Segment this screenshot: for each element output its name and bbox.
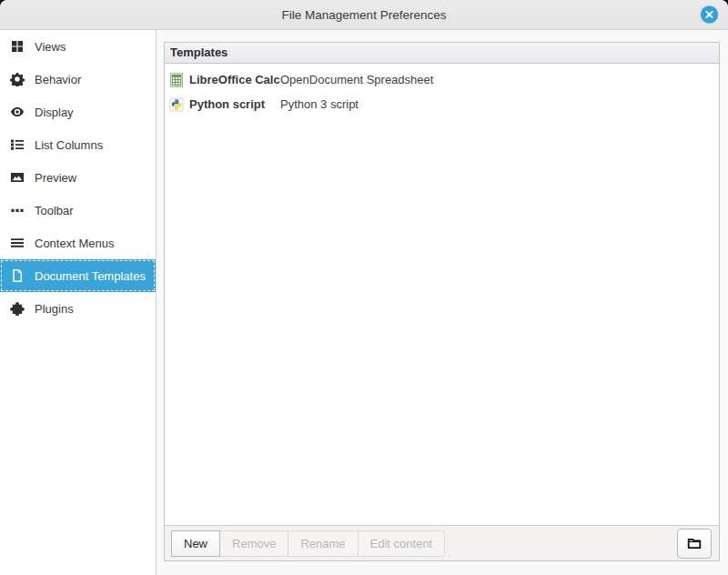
template-description: OpenDocument Spreadsheet (280, 73, 433, 86)
new-button[interactable]: New (171, 530, 220, 557)
menu-lines-icon (10, 236, 25, 250)
document-icon (10, 268, 25, 283)
button-label: Remove (232, 537, 276, 550)
templates-toolbar: New Remove Rename Edit content (165, 525, 719, 560)
sidebar-item-label: Toolbar (35, 204, 74, 217)
sidebar-item-list-columns[interactable]: List Columns (0, 128, 156, 161)
gear-icon (10, 72, 25, 86)
sidebar-item-plugins[interactable]: Plugins (0, 292, 156, 325)
ellipsis-icon (10, 203, 25, 217)
rename-button: Rename (288, 530, 358, 557)
sidebar-item-toolbar[interactable]: Toolbar (0, 194, 156, 227)
button-label: New (184, 537, 207, 550)
sidebar-item-document-templates[interactable]: Document Templates (0, 259, 156, 292)
templates-list: LibreOffice Calc OpenDocument Spreadshee… (165, 64, 719, 525)
sidebar-item-preview[interactable]: Preview (0, 161, 156, 194)
window-title: File Management Preferences (282, 8, 447, 22)
button-label: Edit content (370, 537, 433, 550)
template-actions-group: New Remove Rename Edit content (172, 530, 445, 557)
open-templates-folder-button[interactable] (677, 529, 712, 559)
template-description: Python 3 script (280, 97, 359, 111)
sidebar-item-label: Context Menus (35, 237, 114, 250)
template-row-python-script[interactable]: Python script Python 3 script (165, 92, 719, 116)
edit-content-button: Edit content (358, 530, 446, 557)
sidebar: Views Behavior Display List Columns (0, 30, 157, 575)
template-row-libreoffice-calc[interactable]: LibreOffice Calc OpenDocument Spreadshee… (165, 67, 719, 92)
sidebar-item-label: Document Templates (35, 269, 146, 283)
template-name: LibreOffice Calc (189, 73, 280, 86)
eye-icon (10, 105, 25, 119)
main-area: Templates LibreOffice Calc OpenDocument … (157, 30, 728, 575)
sidebar-item-label: Display (35, 106, 74, 119)
views-grid-icon (10, 39, 25, 54)
sidebar-item-context-menus[interactable]: Context Menus (0, 227, 156, 259)
python-icon (169, 97, 184, 112)
list-columns-icon (10, 137, 25, 152)
remove-button: Remove (219, 530, 288, 557)
templates-panel: Templates LibreOffice Calc OpenDocument … (164, 42, 720, 561)
sidebar-item-display[interactable]: Display (0, 96, 156, 128)
image-icon (10, 170, 25, 185)
button-label: Rename (300, 537, 345, 550)
sidebar-item-label: Behavior (35, 73, 81, 86)
sidebar-item-label: Plugins (35, 302, 74, 316)
close-button[interactable] (701, 6, 718, 24)
close-x-icon (705, 11, 713, 19)
sidebar-item-label: List Columns (35, 138, 103, 152)
window-content: Views Behavior Display List Columns (0, 30, 728, 575)
sidebar-item-label: Preview (35, 171, 76, 185)
titlebar[interactable]: File Management Preferences (0, 0, 728, 30)
template-name: Python script (189, 97, 280, 111)
sidebar-item-label: Views (35, 40, 66, 54)
preferences-window: File Management Preferences Views Behavi… (0, 0, 728, 575)
libreoffice-calc-icon (169, 73, 184, 87)
templates-column-header[interactable]: Templates (165, 43, 719, 64)
sidebar-item-views[interactable]: Views (0, 30, 156, 63)
folder-icon (686, 535, 703, 551)
sidebar-item-behavior[interactable]: Behavior (0, 63, 156, 96)
puzzle-icon (10, 301, 25, 316)
